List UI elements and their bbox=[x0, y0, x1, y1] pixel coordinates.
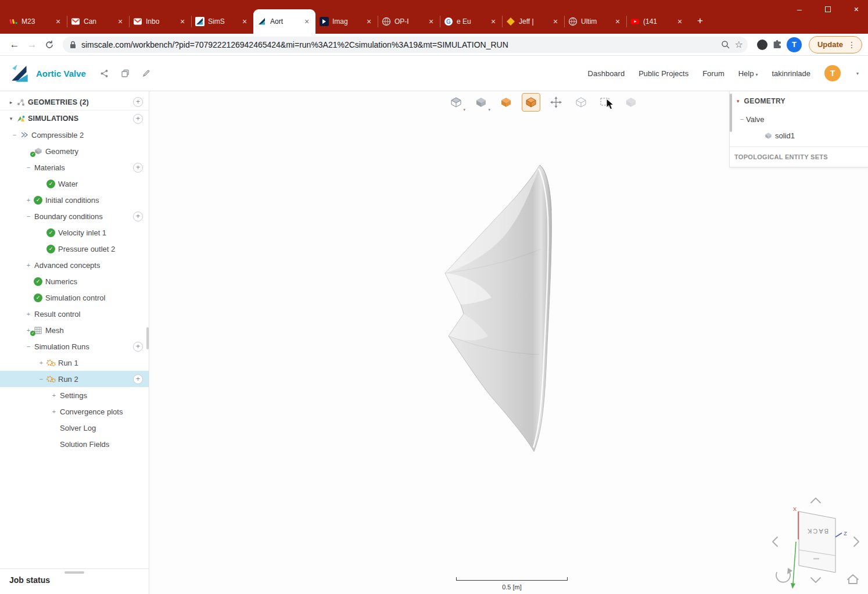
tab-close-icon[interactable]: × bbox=[489, 17, 498, 26]
surface-select-button[interactable] bbox=[522, 93, 540, 112]
tab-close-icon[interactable]: × bbox=[240, 17, 249, 26]
drag-handle[interactable] bbox=[64, 571, 84, 574]
view-navigation-gizmo[interactable]: BACK X Z bbox=[767, 493, 868, 591]
tree-item-solid1[interactable]: solid1 bbox=[730, 127, 868, 144]
forward-button[interactable]: → bbox=[23, 36, 41, 53]
tree-item-solution-fields[interactable]: Solution Fields bbox=[0, 436, 149, 452]
edit-pencil-icon[interactable] bbox=[142, 69, 150, 77]
tree-item-velocity-inlet-1[interactable]: ✓ Velocity inlet 1 bbox=[0, 224, 149, 241]
tab-close-icon[interactable]: × bbox=[364, 17, 374, 26]
browser-menu-icon[interactable]: ⋮ bbox=[848, 40, 856, 49]
username[interactable]: takinrinlade bbox=[772, 69, 810, 78]
expander-icon[interactable]: − bbox=[738, 116, 746, 123]
tree-item-simulations[interactable]: ▾ SIMULATIONS + bbox=[0, 110, 149, 127]
expander-icon[interactable]: + bbox=[37, 359, 45, 366]
tree-item-compressible-2[interactable]: − Compressible 2 bbox=[0, 127, 149, 143]
add-button[interactable]: + bbox=[133, 374, 143, 384]
tree-item-geometry[interactable]: ✓ Geometry bbox=[0, 143, 149, 159]
zoom-page-icon[interactable] bbox=[721, 40, 730, 49]
geometry-panel-header[interactable]: ▾ GEOMETRY bbox=[730, 91, 868, 111]
browser-tab-aortic-valve-active[interactable]: Aort × bbox=[253, 9, 315, 34]
view-orientation-button[interactable]: ▾ bbox=[447, 93, 465, 112]
simscale-logo-icon[interactable] bbox=[9, 63, 31, 83]
add-run-button[interactable]: + bbox=[133, 342, 143, 352]
extension-icon[interactable] bbox=[757, 40, 767, 50]
window-minimize-button[interactable]: – bbox=[797, 5, 802, 14]
tree-item-valve[interactable]: − Valve bbox=[730, 111, 868, 127]
tree-item-initial-conditions[interactable]: + ✓ Initial conditions bbox=[0, 192, 149, 208]
topological-entity-sets-header[interactable]: TOPOLOGICAL ENTITY SETS bbox=[730, 147, 868, 167]
mesh-display-button[interactable] bbox=[622, 93, 640, 112]
browser-tab-op[interactable]: OP-I × bbox=[378, 9, 440, 34]
expander-icon[interactable]: ▾ bbox=[7, 116, 15, 121]
tab-close-icon[interactable]: × bbox=[426, 17, 436, 26]
browser-profile-avatar[interactable]: T bbox=[787, 37, 802, 52]
nav-public-projects[interactable]: Public Projects bbox=[639, 69, 688, 78]
browser-tab-youtube[interactable]: (141 × bbox=[626, 9, 688, 34]
sidebar-scrollbar[interactable] bbox=[146, 327, 149, 349]
expander-icon[interactable]: + bbox=[50, 392, 58, 399]
expander-icon[interactable]: + bbox=[24, 262, 33, 269]
copy-icon[interactable] bbox=[121, 69, 130, 77]
expander-icon[interactable]: + bbox=[24, 310, 33, 317]
reload-button[interactable] bbox=[41, 36, 58, 53]
browser-tab-ultim[interactable]: Ultim × bbox=[564, 9, 626, 34]
add-material-button[interactable]: + bbox=[133, 163, 143, 173]
add-simulation-button[interactable]: + bbox=[133, 114, 143, 124]
browser-tab-google[interactable]: G e Eu × bbox=[440, 9, 502, 34]
tree-item-run-1[interactable]: + Run 1 bbox=[0, 355, 149, 371]
tree-item-run-2[interactable]: − Run 2 + bbox=[0, 371, 149, 387]
expander-icon[interactable]: − bbox=[24, 213, 33, 220]
tree-item-boundary-conditions[interactable]: − Boundary conditions + bbox=[0, 208, 149, 224]
bookmark-star-icon[interactable]: ☆ bbox=[735, 39, 743, 50]
add-boundary-condition-button[interactable]: + bbox=[133, 212, 143, 221]
tree-item-result-control[interactable]: + Result control bbox=[0, 306, 149, 322]
add-geometry-button[interactable]: + bbox=[133, 97, 143, 107]
browser-update-button[interactable]: Update ⋮ bbox=[809, 36, 862, 53]
expander-icon[interactable]: − bbox=[37, 375, 45, 382]
tree-item-pressure-outlet-2[interactable]: ✓ Pressure outlet 2 bbox=[0, 241, 149, 257]
tab-close-icon[interactable]: × bbox=[178, 17, 187, 26]
model-aortic-valve[interactable] bbox=[442, 162, 558, 455]
tree-item-geometries[interactable]: ▸ GEOMETRIES (2) + bbox=[0, 94, 149, 110]
tab-close-icon[interactable]: × bbox=[53, 17, 63, 26]
gizmo-cube-face[interactable] bbox=[799, 511, 835, 572]
browser-tab-jeff[interactable]: Jeff | × bbox=[502, 9, 564, 34]
tab-close-icon[interactable]: × bbox=[116, 17, 125, 26]
browser-tab-gmail-2[interactable]: Inbo × bbox=[129, 9, 191, 34]
expander-icon[interactable]: + bbox=[50, 408, 58, 415]
tree-item-simulation-control[interactable]: ✓ Simulation control bbox=[0, 289, 149, 306]
nav-help[interactable]: Help▾ bbox=[738, 69, 758, 78]
user-avatar[interactable]: T bbox=[824, 65, 841, 81]
tree-item-convergence-plots[interactable]: + Convergence plots bbox=[0, 403, 149, 420]
share-icon[interactable] bbox=[100, 69, 109, 78]
back-button[interactable]: ← bbox=[6, 36, 23, 53]
box-select-button[interactable] bbox=[597, 93, 615, 112]
tree-item-water[interactable]: ✓ Water bbox=[0, 176, 149, 192]
tab-close-icon[interactable]: × bbox=[551, 17, 560, 26]
nav-dashboard[interactable]: Dashboard bbox=[588, 69, 625, 78]
omnibox[interactable]: simscale.com/workbench/?pid=707922212694… bbox=[63, 37, 748, 53]
tree-item-solver-log[interactable]: Solver Log bbox=[0, 420, 149, 436]
browser-tab-simscale[interactable]: SimS × bbox=[191, 9, 253, 34]
browser-tab-imag[interactable]: Imag × bbox=[315, 9, 378, 34]
chevron-down-icon[interactable]: ▾ bbox=[856, 71, 859, 76]
render-mode-button[interactable]: ▾ bbox=[472, 93, 490, 112]
tree-item-numerics[interactable]: ✓ Numerics bbox=[0, 273, 149, 289]
tree-item-mesh[interactable]: + ✓ Mesh bbox=[0, 322, 149, 338]
job-status-panel[interactable]: Job status bbox=[0, 568, 149, 594]
nav-forum[interactable]: Forum bbox=[702, 69, 724, 78]
expander-icon[interactable]: + bbox=[24, 196, 33, 203]
expander-icon[interactable]: − bbox=[10, 131, 19, 138]
new-tab-button[interactable]: + bbox=[692, 13, 708, 29]
tree-item-materials[interactable]: − Materials + bbox=[0, 159, 149, 176]
extensions-puzzle-icon[interactable] bbox=[772, 40, 782, 49]
tab-close-icon[interactable]: × bbox=[302, 17, 311, 26]
wireframe-cube-button[interactable] bbox=[572, 93, 590, 112]
tab-close-icon[interactable]: × bbox=[613, 17, 622, 26]
tree-item-settings[interactable]: + Settings bbox=[0, 387, 149, 403]
window-maximize-button[interactable] bbox=[825, 6, 831, 12]
browser-tab-gmail-1[interactable]: Can × bbox=[67, 9, 129, 34]
tree-item-simulation-runs[interactable]: − Simulation Runs + bbox=[0, 338, 149, 355]
expander-icon[interactable]: ▸ bbox=[7, 99, 15, 105]
